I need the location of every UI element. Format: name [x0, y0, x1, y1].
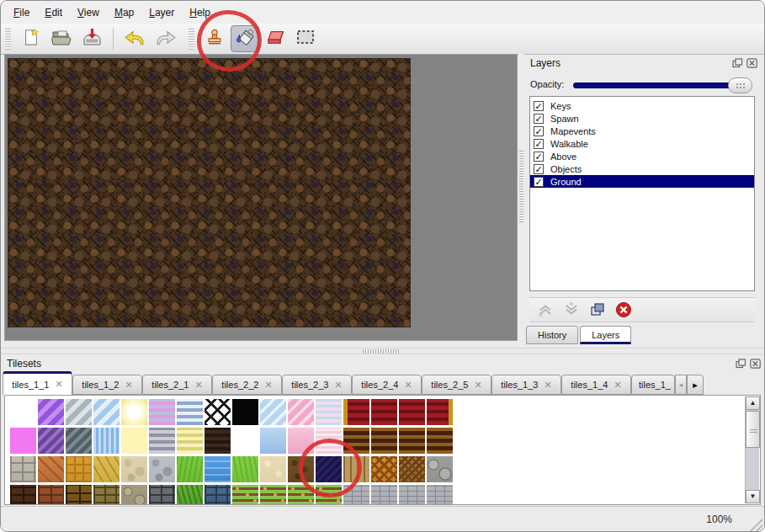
palette-tile-r1-c11[interactable]	[316, 428, 342, 454]
palette-tile-r1-c9[interactable]	[260, 428, 286, 454]
layer-row-ground[interactable]: ✓Ground	[530, 175, 754, 188]
raise-layer-button[interactable]	[536, 301, 555, 318]
lower-layer-button[interactable]	[562, 301, 581, 318]
palette-tile-r3-c9[interactable]	[260, 485, 286, 505]
close-tab-icon[interactable]: ✕	[544, 380, 551, 391]
palette-tile-r3-c13[interactable]	[371, 485, 397, 505]
save-map-button[interactable]	[77, 25, 106, 52]
palette-tile-r3-c5[interactable]	[149, 485, 175, 505]
palette-tile-r0-c9[interactable]	[260, 399, 286, 425]
palette-tile-r0-c2[interactable]	[66, 399, 92, 425]
palette-tile-r0-c15[interactable]	[427, 399, 453, 425]
map-canvas[interactable]	[8, 58, 411, 327]
close-tilesets-panel-icon[interactable]	[749, 358, 761, 369]
palette-tile-r3-c3[interactable]	[93, 485, 120, 505]
palette-tile-r2-c7[interactable]	[205, 456, 231, 482]
scroll-down-button[interactable]: ▼	[746, 490, 760, 503]
delete-layer-button[interactable]	[614, 301, 633, 318]
palette-tile-r1-c12[interactable]	[343, 428, 369, 454]
layer-row-keys[interactable]: ✓Keys	[530, 99, 754, 112]
layer-visibility-checkbox[interactable]: ✓	[534, 177, 544, 187]
float-tilesets-panel-icon[interactable]	[735, 358, 746, 369]
palette-tile-r3-c12[interactable]	[343, 485, 369, 505]
palette-tile-r0-c8[interactable]	[232, 399, 258, 425]
tileset-tab-tiles_2_3[interactable]: tiles_2_3✕	[282, 375, 352, 395]
redo-button[interactable]	[151, 25, 179, 52]
layer-visibility-checkbox[interactable]: ✓	[534, 152, 544, 162]
palette-tile-r1-c15[interactable]	[427, 428, 453, 454]
tab-scroll-right-button[interactable]: ▸	[687, 375, 704, 395]
palette-tile-r2-c1[interactable]	[38, 456, 64, 482]
palette-tile-r2-c14[interactable]	[399, 456, 425, 482]
window-resize-grip[interactable]	[748, 517, 762, 531]
open-map-button[interactable]	[47, 25, 76, 52]
palette-tile-r2-c4[interactable]	[121, 456, 147, 482]
palette-scrollbar[interactable]: ▲ ▼	[745, 396, 759, 503]
menu-layer[interactable]: Layer	[141, 3, 182, 22]
palette-tile-r0-c3[interactable]	[93, 399, 120, 425]
layer-row-above[interactable]: ✓Above	[530, 150, 754, 162]
palette-tile-r3-c7[interactable]	[205, 485, 231, 505]
palette-tile-r2-c8[interactable]	[232, 456, 258, 482]
close-tab-icon[interactable]: ✕	[474, 380, 481, 391]
palette-tile-r1-c10[interactable]	[288, 428, 314, 454]
horizontal-splitter[interactable]	[1, 348, 764, 354]
panel-tab-history[interactable]: History	[526, 326, 578, 344]
palette-tile-r1-c4[interactable]	[121, 428, 147, 454]
eraser-tool-button[interactable]	[261, 25, 290, 52]
close-tab-icon[interactable]: ✕	[614, 380, 621, 391]
layer-row-mapevents[interactable]: ✓Mapevents	[530, 125, 754, 137]
layer-row-objects[interactable]: ✓Objects	[530, 162, 754, 175]
tab-scroll-left-button[interactable]: ◂	[675, 375, 687, 395]
close-tab-icon[interactable]: ✕	[194, 380, 202, 391]
menu-edit[interactable]: Edit	[37, 3, 70, 22]
vertical-splitter[interactable]	[518, 54, 524, 341]
tileset-tab-tiles_1_3[interactable]: tiles_1_3✕	[491, 375, 561, 395]
tools-toolbar-drag-handle[interactable]	[189, 28, 194, 50]
close-tab-icon[interactable]: ✕	[404, 380, 412, 391]
tileset-tab-tiles_1_[interactable]: tiles_1_	[631, 375, 675, 395]
palette-tile-r0-c4[interactable]	[121, 399, 147, 425]
palette-tile-r1-c5[interactable]	[149, 428, 175, 454]
layer-visibility-checkbox[interactable]: ✓	[534, 114, 544, 124]
palette-tile-r0-c13[interactable]	[371, 399, 397, 425]
palette-tile-r0-c1[interactable]	[38, 399, 64, 425]
palette-tile-r1-c3[interactable]	[93, 428, 120, 454]
palette-tile-r3-c4[interactable]	[121, 485, 147, 505]
palette-tile-r2-c11[interactable]	[316, 456, 342, 482]
layer-visibility-checkbox[interactable]: ✓	[534, 164, 544, 174]
rect-select-tool-button[interactable]	[291, 25, 320, 52]
stamp-tool-button[interactable]	[200, 25, 229, 52]
menu-map[interactable]: Map	[107, 3, 141, 22]
palette-tile-r0-c10[interactable]	[288, 399, 314, 425]
layer-row-spawn[interactable]: ✓Spawn	[530, 112, 754, 125]
palette-tile-r3-c15[interactable]	[427, 485, 453, 505]
tileset-tab-tiles_2_2[interactable]: tiles_2_2✕	[212, 375, 282, 395]
duplicate-layer-button[interactable]	[588, 301, 607, 318]
menu-help[interactable]: Help	[182, 3, 218, 22]
tileset-tab-tiles_1_4[interactable]: tiles_1_4✕	[561, 375, 631, 395]
palette-tile-r2-c10[interactable]	[288, 456, 314, 482]
menu-file[interactable]: File	[6, 3, 37, 22]
palette-tile-r3-c1[interactable]	[38, 485, 64, 505]
palette-tile-r0-c6[interactable]	[177, 399, 203, 425]
palette-tile-r1-c1[interactable]	[38, 428, 64, 454]
tileset-tab-tiles_1_2[interactable]: tiles_1_2✕	[72, 375, 142, 395]
close-tab-icon[interactable]: ✕	[55, 379, 62, 390]
palette-tile-r1-c13[interactable]	[371, 428, 397, 454]
menu-view[interactable]: View	[70, 3, 107, 22]
palette-tile-r3-c6[interactable]	[177, 485, 203, 505]
scroll-up-button[interactable]: ▲	[746, 396, 760, 410]
palette-tile-r0-c0[interactable]	[10, 399, 36, 425]
close-tab-icon[interactable]: ✕	[125, 380, 132, 391]
palette-tile-r1-c2[interactable]	[66, 428, 92, 454]
palette-tile-r3-c0[interactable]	[10, 485, 36, 505]
palette-tile-r3-c11[interactable]	[316, 485, 342, 505]
float-panel-icon[interactable]	[731, 57, 743, 68]
fill-tool-button[interactable]	[231, 25, 259, 52]
palette-tile-r2-c9[interactable]	[260, 456, 286, 482]
palette-tile-r0-c14[interactable]	[399, 399, 425, 425]
layer-row-walkable[interactable]: ✓Walkable	[530, 137, 754, 150]
close-tab-icon[interactable]: ✕	[334, 380, 342, 391]
palette-tile-r2-c2[interactable]	[66, 456, 92, 482]
